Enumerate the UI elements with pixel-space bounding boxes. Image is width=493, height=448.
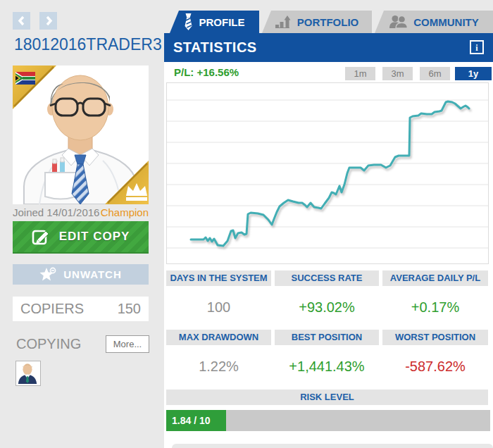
stat-header-worst-position: WORST POSITION xyxy=(382,330,488,345)
joined-date: Joined 14/01/2016 xyxy=(13,206,99,218)
edit-copy-label: EDIT COPY xyxy=(59,230,130,244)
statistics-header: STATISTICS i xyxy=(164,33,493,62)
range-1y-button[interactable]: 1y xyxy=(455,67,492,80)
info-icon: i xyxy=(475,43,478,53)
joined-row: Joined 14/01/2016 Champion xyxy=(13,206,149,218)
champion-ribbon xyxy=(105,161,149,204)
tie-icon xyxy=(184,13,193,30)
edit-icon xyxy=(32,228,51,245)
info-button[interactable]: i xyxy=(470,40,484,54)
risk-level-bar: 1.84 / 10 xyxy=(166,410,490,431)
unwatch-label: UNWATCH xyxy=(63,268,122,280)
champion-badge: Champion xyxy=(101,206,149,218)
risk-level-header: RISK LEVEL xyxy=(166,390,488,405)
stat-value-days: 100 xyxy=(166,299,271,316)
stat-header-success-rate: SUCCESS RATE xyxy=(275,270,379,286)
edit-copy-button[interactable]: EDIT COPY xyxy=(13,221,149,254)
bar-chart-icon xyxy=(275,15,292,28)
tab-profile-label: PROFILE xyxy=(199,16,244,28)
next-trader-button[interactable] xyxy=(39,12,57,30)
statistics-title: STATISTICS xyxy=(173,39,257,56)
pl-summary: P/L: +16.56% xyxy=(174,66,239,78)
tab-portfolio[interactable]: PORTFOLIO xyxy=(262,11,372,33)
next-section-edge xyxy=(172,444,493,448)
chevron-left-icon xyxy=(18,15,26,26)
tab-community-label: COMMUNITY xyxy=(413,16,479,28)
risk-level-fill: 1.84 / 10 xyxy=(166,410,226,431)
copied-trader-avatar[interactable] xyxy=(15,361,41,386)
chart-line xyxy=(191,101,469,246)
stat-value-worst-position: -587.62% xyxy=(382,358,488,375)
flag-ribbon xyxy=(13,66,56,109)
copying-label: COPYING xyxy=(16,336,81,352)
stat-header-avg-daily-pl: AVERAGE DAILY P/L xyxy=(382,270,488,286)
chevron-right-icon xyxy=(44,15,53,26)
range-1m-button[interactable]: 1m xyxy=(345,67,375,80)
range-3m-button[interactable]: 3m xyxy=(382,67,413,80)
trader-profile-page: 18012016TRADER3 xyxy=(0,0,493,448)
unwatch-button[interactable]: UNWATCH xyxy=(13,264,149,285)
stat-header-max-drawdown: MAX DRAWDOWN xyxy=(166,330,271,345)
south-africa-flag-icon xyxy=(15,72,35,85)
people-icon xyxy=(389,15,408,28)
pl-chart[interactable] xyxy=(166,82,489,264)
stat-header-best-position: BEST POSITION xyxy=(275,330,379,345)
copiers-row: COPIERS 150 xyxy=(13,297,149,321)
range-6m-button[interactable]: 6m xyxy=(420,67,450,80)
copying-more-button[interactable]: More... xyxy=(106,335,149,353)
stat-header-days: DAYS IN THE SYSTEM xyxy=(166,270,271,286)
tab-community[interactable]: COMMUNITY xyxy=(375,11,493,33)
trader-avatar-card xyxy=(13,66,149,204)
tab-profile[interactable]: PROFILE xyxy=(170,11,259,33)
stat-value-success-rate: +93.02% xyxy=(275,299,379,316)
copiers-label: COPIERS xyxy=(20,301,84,317)
stat-value-avg-daily-pl: +0.17% xyxy=(382,299,488,316)
copiers-count: 150 xyxy=(118,301,141,317)
chart-gridlines xyxy=(167,100,488,248)
stat-value-max-drawdown: 1.22% xyxy=(166,358,271,375)
trader-username: 18012016TRADER3 xyxy=(14,35,162,54)
star-minus-icon xyxy=(39,267,56,282)
tab-portfolio-label: PORTFOLIO xyxy=(297,16,359,28)
prev-trader-button[interactable] xyxy=(13,12,30,30)
stat-value-best-position: +1,441.43% xyxy=(275,358,379,375)
